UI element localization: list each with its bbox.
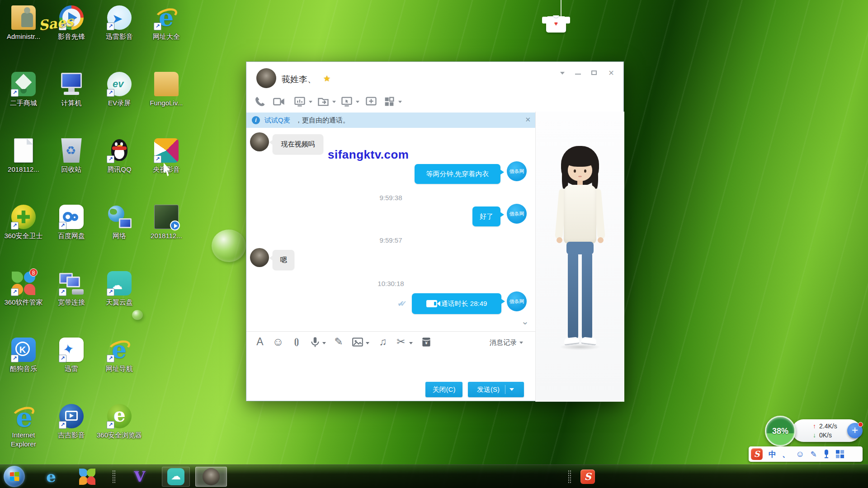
audio-message-icon[interactable]: [308, 335, 322, 349]
self-avatar[interactable]: 借条网: [507, 204, 527, 224]
desktop-icon-network[interactable]: 网络: [96, 205, 143, 240]
self-avatar[interactable]: 借条网: [507, 291, 527, 311]
360-safe-icon: ↗: [11, 205, 36, 229]
desktop-icon-360browser[interactable]: e↗ 360安全浏览器: [96, 404, 143, 440]
icon-label: 回收站: [48, 165, 95, 174]
send-options-caret[interactable]: [509, 388, 514, 391]
handwriting-icon[interactable]: ✎: [331, 335, 346, 349]
ime-handwriting-icon[interactable]: ✎: [810, 450, 816, 459]
jiji-player-icon: ↗: [59, 404, 84, 428]
play-circle-icon: ➤↗: [107, 5, 132, 30]
emoji-icon[interactable]: ☺: [271, 335, 285, 349]
ime-voice-icon[interactable]: [824, 450, 829, 459]
notice-link[interactable]: 试试Q麦: [264, 116, 290, 125]
download-speed: ↓0K/s: [813, 432, 832, 439]
desktop-icon-360safe[interactable]: ↗ 360安全卫士: [0, 205, 47, 240]
sogou-logo-icon[interactable]: S: [751, 448, 763, 460]
video-call-icon[interactable]: [273, 95, 286, 109]
desktop-icon-xunleiyingyin[interactable]: ➤↗ 迅雷影音: [96, 5, 143, 41]
icon-label: 百度网盘: [48, 231, 95, 240]
xunlei-bird-icon: ✦↗: [59, 338, 84, 362]
apps-grid-icon[interactable]: [383, 95, 396, 109]
desktop-icon-kugou[interactable]: K↗ 酷狗音乐: [0, 338, 47, 373]
ev-recorder-icon: ev↗: [107, 72, 132, 96]
remote-desktop-caret[interactable]: [356, 101, 359, 103]
icon-label: 影音先锋: [48, 32, 95, 41]
screenshot-caret[interactable]: [409, 342, 413, 344]
desktop-icon-ev[interactable]: ev↗ EV录屏: [96, 72, 143, 108]
peer-avatar[interactable]: [256, 68, 276, 88]
scroll-down-icon[interactable]: ⌄: [521, 316, 529, 327]
tray-sogou-icon[interactable]: S: [580, 469, 595, 484]
taskbar-chat-button[interactable]: [195, 467, 227, 487]
screen-share-caret[interactable]: [309, 101, 312, 103]
desktop-icon-wangzhidaquan[interactable]: e↗ 网址大全: [143, 5, 190, 41]
send-image-icon[interactable]: [350, 335, 365, 349]
accelerate-plus-button[interactable]: +: [847, 423, 863, 438]
desktop-icon-recycle-bin[interactable]: ♻ 回收站: [48, 138, 95, 174]
window-shake-icon[interactable]: ⦗⦘: [289, 335, 303, 349]
screen-share-icon[interactable]: [293, 95, 307, 109]
apps-grid-caret[interactable]: [398, 101, 402, 103]
desktop-icon-wangzhidaohang[interactable]: e↗ 网址导航: [96, 338, 143, 373]
desktop-icon-360store[interactable]: 8 ↗ 360软件管家: [0, 271, 47, 307]
notice-close-icon[interactable]: ✕: [525, 116, 531, 124]
taskbar-sogou-button[interactable]: [73, 467, 101, 487]
self-avatar[interactable]: 借条网: [507, 161, 527, 181]
create-group-icon[interactable]: [365, 95, 378, 109]
send-file-caret[interactable]: [332, 101, 336, 103]
minimize-button[interactable]: [572, 68, 584, 78]
ime-emoji-icon[interactable]: ☺: [796, 449, 804, 459]
message-history-button[interactable]: 消息记录: [490, 338, 523, 347]
audio-message-caret[interactable]: [322, 342, 326, 344]
music-icon[interactable]: ♫: [376, 335, 390, 349]
desktop-icon-ershoushangcheng[interactable]: ↗ 二手商城: [0, 72, 47, 108]
icon-label: 2018112...: [143, 231, 190, 240]
remote-desktop-icon[interactable]: [340, 95, 354, 109]
icon-label: 网络: [96, 231, 143, 240]
ie-icon: e↗: [107, 338, 132, 362]
red-packet-icon[interactable]: ¥: [419, 335, 434, 349]
window-menu-button[interactable]: [557, 68, 568, 78]
send-file-icon[interactable]: [317, 95, 330, 109]
taskbar-vagaa-button[interactable]: V: [126, 467, 154, 487]
desktop-icon-fungolive[interactable]: FungoLiv...: [143, 72, 190, 108]
font-style-icon[interactable]: A: [253, 335, 267, 349]
desktop-icon-dialup[interactable]: ↗ 宽带连接: [48, 271, 95, 307]
close-chat-button[interactable]: 关闭(C): [425, 382, 462, 397]
desktop-icon-computer[interactable]: 计算机: [48, 72, 95, 108]
desktop-icon-internet-explorer[interactable]: e Internet Explorer: [0, 404, 47, 448]
send-button[interactable]: 发送(S): [468, 382, 524, 397]
desktop-icon-jiji[interactable]: ↗ 吉吉影音: [48, 404, 95, 440]
desktop-icon-baidupan[interactable]: ↗ 百度网盘: [48, 205, 95, 240]
peer-message-avatar[interactable]: [250, 248, 269, 267]
desktop-icon-document[interactable]: 2018112...: [0, 138, 47, 174]
icon-label: 网址大全: [143, 32, 190, 41]
ime-punctuation[interactable]: 、: [782, 449, 790, 460]
folder-window-icon: [154, 72, 179, 96]
dew-drop: [132, 310, 143, 320]
close-button[interactable]: ✕: [605, 68, 617, 78]
start-button[interactable]: [4, 466, 25, 487]
sogou-ime-bar[interactable]: S 中 、 ☺ ✎: [749, 446, 863, 462]
desktop-icon-qq[interactable]: ↗ 腾讯QQ: [96, 138, 143, 174]
screenshot-scissors-icon[interactable]: ✂: [394, 335, 408, 349]
desktop-icon-yingyinxianfeng[interactable]: ↗ Saes 影音先锋: [48, 5, 95, 41]
timestamp: 10:30:18: [246, 280, 535, 287]
ime-toolbox-icon[interactable]: [836, 450, 844, 458]
maximize-button[interactable]: [588, 68, 600, 78]
memory-ball[interactable]: 38%: [765, 416, 796, 446]
call-duration-bubble[interactable]: 通话时长 28:49: [412, 293, 501, 314]
desktop-icon-video-file[interactable]: 2018112...: [143, 205, 190, 240]
video-file-icon: [154, 205, 179, 229]
send-split-divider: [505, 385, 505, 394]
desktop-icon-xunlei[interactable]: ✦↗ 迅雷: [48, 338, 95, 373]
tray-overflow-dots[interactable]: [568, 470, 571, 483]
send-image-caret[interactable]: [366, 342, 369, 344]
desktop-icon-tianyi-cloud[interactable]: ☁↗ 天翼云盘: [96, 271, 143, 307]
taskbar-ie-button[interactable]: e: [37, 467, 65, 487]
peer-message-avatar[interactable]: [250, 132, 269, 151]
taskbar-cloud-button[interactable]: ☁: [162, 467, 190, 487]
ime-language-chinese[interactable]: 中: [769, 449, 776, 460]
voice-call-icon[interactable]: [254, 95, 267, 109]
